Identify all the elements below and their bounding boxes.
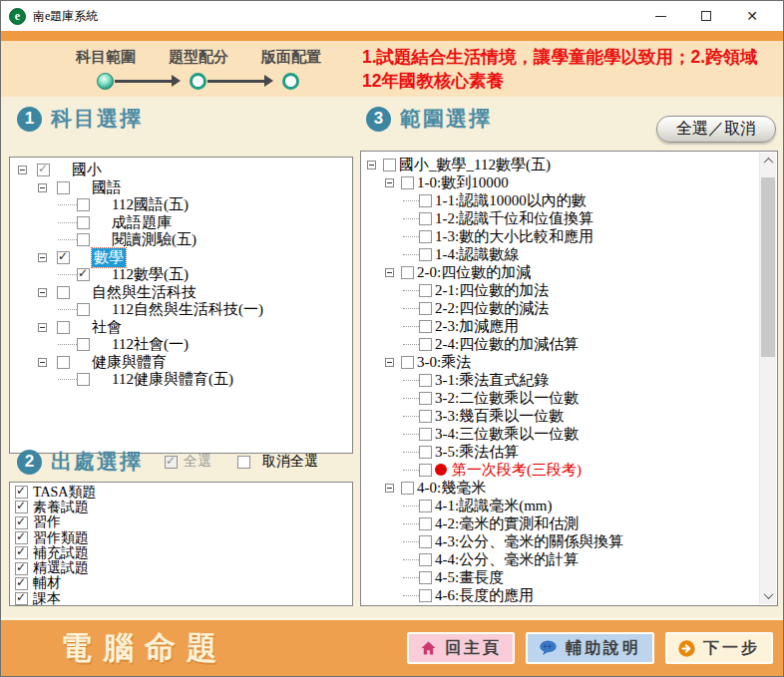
tree-item-label[interactable]: 112健康與體育(五) <box>112 370 233 389</box>
expander-icon[interactable] <box>18 166 27 174</box>
checkbox[interactable] <box>77 216 90 229</box>
tree-item[interactable]: 4-6:長度的應用 <box>363 586 757 604</box>
tree-item-label[interactable]: 閱讀測驗(五) <box>112 230 196 249</box>
checkbox[interactable] <box>419 446 432 459</box>
tree-item-label[interactable]: 112社會(一) <box>112 335 189 354</box>
minimize-button[interactable] <box>637 1 683 31</box>
tree-item-label[interactable]: 自然與生活科技 <box>92 283 196 302</box>
tree-item-label[interactable]: 3-5:乘法估算 <box>435 443 519 462</box>
scrollbar-thumb[interactable] <box>761 177 775 357</box>
checkbox[interactable] <box>15 562 28 575</box>
tree-item-label[interactable]: 4-2:毫米的實測和估測 <box>435 514 579 533</box>
tree-item[interactable]: 國小_數學_112數學(五) <box>363 156 757 173</box>
tree-item[interactable]: 4-3:公分、毫米的關係與換算 <box>363 532 757 550</box>
list-item[interactable]: 精選試題 <box>12 560 350 575</box>
expander-icon[interactable] <box>385 268 394 277</box>
checkbox[interactable] <box>401 356 414 369</box>
tree-item-label[interactable]: 1-0:數到10000 <box>417 173 509 192</box>
checkbox[interactable] <box>77 268 90 281</box>
checkbox[interactable] <box>77 198 90 211</box>
tree-item-label[interactable]: 1-2:認識千位和位值換算 <box>435 209 593 228</box>
tree-item-label[interactable]: 112自然與生活科技(一) <box>112 300 263 319</box>
tree-item[interactable]: 成語題庫 <box>12 214 350 232</box>
tree-item[interactable]: 自然與生活科技 <box>12 284 350 302</box>
next-step-button[interactable]: 下一步 <box>665 632 773 664</box>
expander-icon[interactable] <box>385 358 394 367</box>
subject-tree-panel[interactable]: 國小國語112國語(五)成語題庫閱讀測驗(五)數學112數學(五)自然與生活科技… <box>9 157 353 454</box>
checkbox[interactable] <box>419 212 432 225</box>
tree-item[interactable]: 2-0:四位數的加減 <box>363 263 757 281</box>
expander-icon[interactable] <box>38 358 47 367</box>
tree-item[interactable]: 國小 <box>12 162 350 179</box>
tree-item[interactable]: 112社會(一) <box>12 336 350 354</box>
tree-item[interactable]: 112自然與生活科技(一) <box>12 301 350 319</box>
checkbox[interactable] <box>419 535 432 548</box>
step-circle-3[interactable] <box>282 73 299 90</box>
tree-item[interactable]: 第一次段考(三段考) <box>363 461 757 479</box>
tree-item-label[interactable]: 2-0:四位數的加減 <box>417 263 531 282</box>
tree-item-label[interactable]: 4-3:公分、毫米的關係與換算 <box>435 532 623 551</box>
tree-item[interactable]: 112國語(五) <box>12 196 350 214</box>
checkbox[interactable] <box>15 516 28 529</box>
tree-item-label[interactable]: 112國語(五) <box>112 195 189 214</box>
tree-item[interactable]: 112數學(五) <box>12 266 350 284</box>
tree-item[interactable]: 健康與體育 <box>12 354 350 372</box>
step-circle-2[interactable] <box>190 73 206 90</box>
checkbox[interactable] <box>419 338 432 351</box>
deselect-all-checkbox[interactable] <box>237 456 250 469</box>
list-item[interactable]: 課本 <box>12 591 350 606</box>
scrollbar[interactable] <box>759 153 776 604</box>
checkbox[interactable] <box>57 356 70 369</box>
tree-item-label[interactable]: 1-4:認識數線 <box>435 245 519 264</box>
tree-item-label[interactable]: 3-4:三位數乘以一位數 <box>435 425 579 444</box>
select-all-toggle-button[interactable]: 全選／取消 <box>656 116 776 143</box>
tree-item-label[interactable]: 4-1:認識毫米(mm) <box>435 497 553 515</box>
checkbox[interactable] <box>37 164 50 176</box>
tree-item[interactable]: 4-4:公分、毫米的計算 <box>363 550 757 568</box>
tree-item[interactable]: 3-5:乘法估算 <box>363 443 757 461</box>
tree-item[interactable]: 3-4:三位數乘以一位數 <box>363 425 757 443</box>
checkbox[interactable] <box>57 321 70 334</box>
list-item[interactable]: 輔材 <box>12 576 350 591</box>
tree-item-label[interactable]: 成語題庫 <box>112 213 172 232</box>
expander-icon[interactable] <box>38 323 47 332</box>
expander-icon[interactable] <box>367 161 376 169</box>
checkbox[interactable] <box>57 181 70 194</box>
checkbox[interactable] <box>419 517 432 530</box>
tree-item[interactable]: 1-1:認識10000以內的數 <box>363 191 757 209</box>
tree-item-label[interactable]: 4-4:公分、毫米的計算 <box>435 550 579 569</box>
tree-item[interactable]: 4-2:毫米的實測和估測 <box>363 514 757 532</box>
tree-item[interactable]: 國語 <box>12 179 350 197</box>
checkbox[interactable] <box>15 486 28 499</box>
checkbox[interactable] <box>419 500 432 512</box>
home-button[interactable]: 回主頁 <box>407 632 515 664</box>
tree-item-label[interactable]: 3-0:乘法 <box>417 353 471 372</box>
tree-item[interactable]: 1-2:認識千位和位值換算 <box>363 209 757 227</box>
checkbox[interactable] <box>77 233 90 246</box>
tree-item-label[interactable]: 112數學(五) <box>112 265 189 284</box>
checkbox[interactable] <box>419 589 432 602</box>
checkbox[interactable] <box>419 392 432 405</box>
checkbox[interactable] <box>419 302 432 315</box>
checkbox[interactable] <box>77 303 90 316</box>
checkbox[interactable] <box>401 482 414 495</box>
tree-item-label[interactable]: 第一次段考(三段考) <box>452 461 582 480</box>
checkbox[interactable] <box>401 266 414 279</box>
tree-item-label[interactable]: 國小_數學_112數學(五) <box>399 156 551 174</box>
close-button[interactable]: ✕ <box>729 1 775 31</box>
expander-icon[interactable] <box>385 178 394 187</box>
list-item-label[interactable]: 課本 <box>33 590 61 606</box>
maximize-button[interactable] <box>683 1 729 31</box>
tree-item[interactable]: 1-3:數的大小比較和應用 <box>363 227 757 245</box>
source-list-panel[interactable]: TASA類題素養試題習作習作類題補充試題精選試題輔材課本 <box>9 482 353 606</box>
tree-item[interactable]: 2-1:四位數的加法 <box>363 281 757 299</box>
tree-item[interactable]: 社會 <box>12 319 350 337</box>
checkbox[interactable] <box>15 501 28 513</box>
tree-item-label[interactable]: 2-4:四位數的加減估算 <box>435 335 579 354</box>
step-circle-1-active[interactable] <box>97 73 114 90</box>
tree-item[interactable]: 112健康與體育(五) <box>12 371 350 389</box>
tree-item[interactable]: 4-0:幾毫米 <box>363 479 757 497</box>
checkbox[interactable] <box>77 373 90 386</box>
checkbox[interactable] <box>401 176 414 189</box>
scroll-down-button[interactable] <box>760 587 776 604</box>
